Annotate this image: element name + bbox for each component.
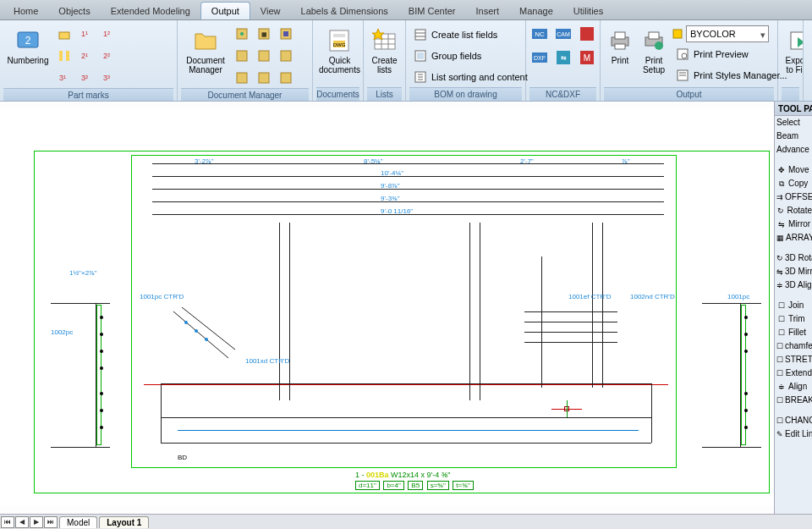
palette-mirror[interactable]: ⇋Mirror	[775, 218, 812, 231]
svg-rect-5	[59, 51, 63, 61]
palette-chamfer[interactable]: ☐chamfer	[775, 339, 812, 353]
palette-fillet[interactable]: ☐Fillet	[775, 326, 812, 339]
folder-icon	[192, 27, 219, 54]
ep-l-bot	[51, 447, 110, 448]
export-file-button[interactable]: Export to File	[782, 24, 804, 78]
group-fields-label: Group fields	[431, 51, 481, 61]
ep-l-plate	[96, 305, 102, 445]
tab-manage[interactable]: Manage	[509, 3, 563, 19]
palette-rotate[interactable]: ↻Rotate	[775, 204, 812, 218]
pm-btn-8[interactable]: 3²	[76, 68, 96, 88]
dm-btn-2[interactable]: ▦	[254, 24, 274, 44]
svg-rect-58	[649, 32, 659, 39]
beam-centerline	[144, 384, 668, 385]
create-list-fields-button[interactable]: Create list fields	[409, 25, 502, 44]
tab-view[interactable]: View	[250, 3, 291, 19]
document-manager-button[interactable]: Document Manager	[181, 24, 230, 78]
tab-labels-dimensions[interactable]: Labels & Dimensions	[291, 3, 398, 19]
tag-d: d=11"	[355, 481, 380, 490]
print-styles-button[interactable]: Print Styles Manager...	[672, 66, 792, 85]
tab-insert[interactable]: Insert	[466, 3, 510, 19]
m-btn[interactable]: M	[577, 47, 597, 68]
tab-output[interactable]: Output	[200, 2, 250, 19]
quick-documents-button[interactable]: DWG Quick documents	[316, 24, 363, 78]
dm-btn-6[interactable]	[276, 46, 296, 66]
svg-rect-23	[281, 73, 291, 83]
title-size: W12x14 x 9'-4 ⅜"	[391, 471, 450, 479]
dm-btn-8[interactable]	[254, 68, 274, 88]
sheet-nav-first[interactable]: ⏮	[1, 516, 14, 528]
drawing-area[interactable]: 3'-2⅞" 8'-5⅛" 2'-7" ⅞" 10'-4⅛" 9'-8⅞" 9'…	[0, 102, 812, 514]
create-list-fields-label: Create list fields	[431, 30, 497, 40]
palette-advance[interactable]: Advance	[775, 143, 812, 157]
print-color-select[interactable]: BYCOLOR	[686, 25, 769, 42]
panel-output: Print Print Setup BYCOLOR Print Preview …	[601, 20, 778, 101]
dm-btn-3[interactable]	[276, 24, 296, 44]
palette-beam[interactable]: Beam	[775, 129, 812, 143]
pm-btn-7[interactable]: 3¹	[54, 68, 74, 88]
nc-btn[interactable]: NC	[529, 24, 550, 44]
pm-btn-9[interactable]: 3³	[98, 68, 118, 88]
palette-edit-line[interactable]: ✎Edit Line	[775, 427, 812, 441]
palette-3drotate[interactable]: ↻3D Rotate	[775, 251, 812, 265]
pm-btn-3[interactable]: 1²	[98, 24, 118, 44]
palette-3dmirror[interactable]: ⇋3D Mirror	[775, 265, 812, 278]
sheet-tab-layout1[interactable]: Layout 1	[99, 516, 149, 528]
stiff-4b	[602, 223, 603, 388]
print-button[interactable]: Print	[604, 24, 636, 69]
nc-ex-btn[interactable]: ⇆	[553, 47, 573, 68]
mirror-icon: ⇋	[776, 219, 787, 229]
palette-move[interactable]: ✥Move	[775, 163, 812, 177]
cam-btn[interactable]: CAM	[553, 24, 573, 44]
svg-point-70	[184, 321, 188, 324]
svg-text:2¹: 2¹	[81, 52, 88, 60]
group-fields-button[interactable]: Group fields	[409, 47, 486, 65]
sheet-nav-next[interactable]: ▶	[30, 516, 43, 528]
tab-bim-center[interactable]: BIM Center	[398, 3, 466, 19]
palette-break[interactable]: ☐BREAK	[775, 394, 812, 407]
tab-objects[interactable]: Objects	[48, 3, 100, 19]
dm-btn-1[interactable]	[232, 24, 252, 44]
create-lists-button[interactable]: Create lists	[367, 24, 402, 78]
numbering-button[interactable]: 2 Numbering	[3, 24, 52, 69]
palette-stretch[interactable]: ☐STRETCH	[775, 353, 812, 366]
palette-join[interactable]: ☐Join	[775, 299, 812, 312]
pm-btn-5[interactable]: 2¹	[76, 46, 96, 66]
palette-trim[interactable]: ☐Trim	[775, 312, 812, 326]
svg-point-72	[205, 338, 208, 341]
palette-offset[interactable]: ⇉OFFSET	[775, 190, 812, 204]
beam-l	[161, 383, 162, 443]
palette-change[interactable]: ☐CHANGE	[775, 414, 812, 427]
palette-select[interactable]: Select	[775, 116, 812, 129]
tab-home[interactable]: Home	[3, 3, 48, 19]
dm-btn-7[interactable]	[232, 68, 252, 88]
export-red-btn[interactable]	[577, 24, 597, 44]
print-preview-button[interactable]: Print Preview	[672, 45, 792, 63]
palette-align[interactable]: ≑Align	[775, 380, 812, 394]
dxf-btn[interactable]: DXF	[529, 47, 550, 68]
svg-point-71	[195, 329, 198, 333]
palette-3dalign[interactable]: ≑3D Align	[775, 278, 812, 292]
drawing-canvas[interactable]: 3'-2⅞" 8'-5⅛" 2'-7" ⅞" 10'-4⅛" 9'-8⅞" 9'…	[0, 108, 774, 506]
dm-btn-5[interactable]	[254, 46, 274, 66]
sheet-tab-model[interactable]: Model	[59, 516, 97, 528]
bolt-l-7	[100, 426, 103, 429]
palette-array[interactable]: ▦ARRAY	[775, 231, 812, 245]
list-sorting-button[interactable]: List sorting and content	[409, 68, 532, 86]
dm-btn-4[interactable]	[232, 46, 252, 66]
tab-utilities[interactable]: Utilities	[563, 3, 613, 19]
svg-text:3³: 3³	[103, 74, 110, 82]
pm-btn-4[interactable]	[54, 46, 74, 66]
print-styles-label: Print Styles Manager...	[694, 70, 787, 80]
palette-copy[interactable]: ⧉Copy	[775, 177, 812, 190]
sheet-nav-prev[interactable]: ◀	[15, 516, 29, 528]
pm-btn-1[interactable]	[54, 24, 74, 44]
dm-btn-9[interactable]	[276, 68, 296, 88]
print-setup-button[interactable]: Print Setup	[638, 24, 670, 78]
pm-btn-2[interactable]: 1¹	[76, 24, 96, 44]
sheet-nav-last[interactable]: ⏭	[44, 516, 58, 528]
pm-btn-6[interactable]: 2²	[98, 46, 118, 66]
svg-rect-55	[615, 32, 625, 39]
palette-extend[interactable]: ☐Extend	[775, 366, 812, 380]
tab-extended-modeling[interactable]: Extended Modeling	[101, 3, 200, 19]
